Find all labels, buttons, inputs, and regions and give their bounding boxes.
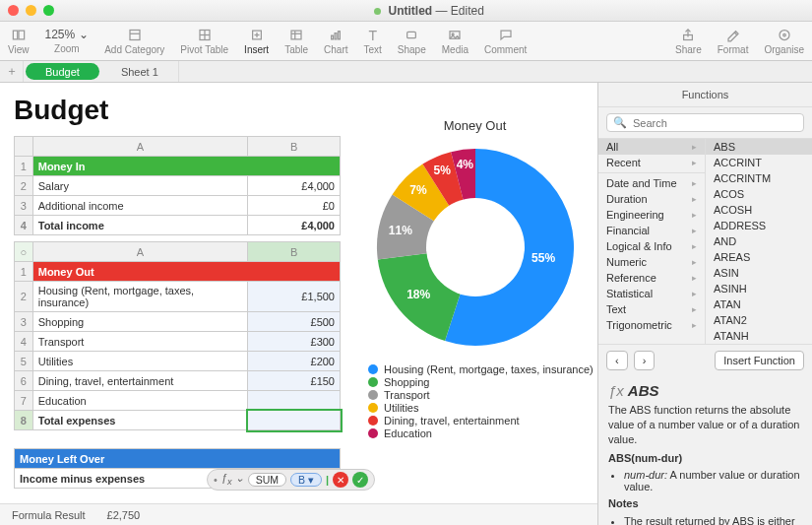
svg-text:18%: 18%	[406, 288, 430, 301]
insert-function-button[interactable]: Insert Function	[715, 351, 804, 370]
svg-rect-16	[407, 32, 416, 37]
comment-button[interactable]: Comment	[484, 28, 527, 55]
svg-text:11%: 11%	[388, 224, 411, 237]
function-item[interactable]: AREAS	[706, 249, 812, 265]
category-item[interactable]: Statistical▸	[598, 286, 705, 301]
formula-function-token[interactable]: SUM	[248, 473, 286, 487]
function-help: ƒxABS The ABS function returns the absol…	[598, 376, 812, 525]
legend-item: Utilities	[368, 402, 595, 414]
search-input[interactable]: 🔍	[606, 113, 804, 132]
svg-text:4%: 4%	[456, 158, 473, 171]
function-item[interactable]: ASINH	[706, 281, 812, 296]
chart-title: Money Out	[354, 118, 595, 133]
status-value: £2,750	[107, 509, 141, 521]
function-item[interactable]: ATAN	[706, 296, 812, 312]
status-label: Formula Result	[12, 509, 86, 521]
svg-rect-15	[339, 31, 341, 38]
svg-point-20	[780, 30, 789, 39]
status-bar: Formula Result £2,750	[0, 503, 597, 525]
view-button[interactable]: View	[8, 28, 30, 55]
toolbar: View 125%⌄ Zoom Add Category Pivot Table…	[0, 22, 812, 61]
svg-point-21	[782, 33, 785, 36]
function-item[interactable]: AND	[706, 233, 812, 249]
chart-legend: Housing (Rent, mortgage, taxes, insuranc…	[354, 363, 595, 439]
svg-rect-1	[19, 31, 25, 39]
category-item[interactable]: Financial▸	[598, 223, 705, 238]
category-item[interactable]: Logical & Info▸	[598, 238, 705, 254]
category-item[interactable]: Text▸	[598, 301, 705, 317]
category-item[interactable]: All▸	[598, 139, 705, 155]
search-icon: 🔍	[613, 116, 627, 129]
function-item[interactable]: ACCRINTM	[706, 170, 812, 186]
help-back-button[interactable]: ‹	[606, 351, 628, 370]
chart-button[interactable]: Chart	[324, 28, 347, 55]
window-title: Untitled — Edited	[54, 4, 804, 18]
share-button[interactable]: Share	[675, 28, 702, 55]
fullscreen-icon[interactable]	[43, 5, 54, 16]
legend-item: Transport	[368, 389, 595, 401]
donut-chart: 55%18%11%7%5%4%	[367, 139, 584, 356]
tab-budget[interactable]: Budget	[26, 63, 99, 80]
organise-button[interactable]: Organise	[764, 28, 804, 55]
legend-item: Shopping	[368, 376, 595, 388]
category-item[interactable]: Date and Time▸	[598, 175, 705, 191]
legend-item: Education	[368, 427, 595, 439]
window-controls	[8, 5, 54, 16]
function-item[interactable]: ABS	[706, 139, 812, 155]
sidebar-title: Functions	[598, 83, 812, 107]
sheet-tabs: ＋ Budget Sheet 1	[0, 61, 812, 83]
tab-sheet1[interactable]: Sheet 1	[101, 61, 179, 82]
pivot-table-button[interactable]: Pivot Table	[180, 28, 228, 55]
zoom-select[interactable]: 125%⌄ Zoom	[45, 28, 90, 54]
table-button[interactable]: Table	[284, 28, 308, 55]
function-item[interactable]: ATAN2	[706, 312, 812, 328]
svg-text:7%: 7%	[409, 183, 427, 197]
category-item[interactable]: Numeric▸	[598, 254, 705, 270]
legend-item: Housing (Rent, mortgage, taxes, insuranc…	[368, 363, 595, 375]
category-item[interactable]: Trigonometric▸	[598, 317, 705, 333]
function-item[interactable]: ACCRINT	[706, 155, 812, 170]
svg-rect-13	[332, 35, 334, 39]
formula-arg-token[interactable]: B ▾	[290, 473, 322, 487]
legend-item: Dining, travel, entertainment	[368, 415, 595, 427]
table-money-out[interactable]: ○AB 1Money Out 2Housing (Rent, mortgage,…	[14, 241, 341, 430]
chart-money-out: Money Out 55%18%11%7%5%4% Housing (Rent,…	[354, 118, 595, 440]
function-item[interactable]: ACOSH	[706, 202, 812, 218]
svg-text:55%: 55%	[531, 251, 555, 265]
formula-cancel-button[interactable]: ✕	[333, 472, 348, 488]
minimise-icon[interactable]	[26, 5, 36, 16]
svg-rect-0	[13, 31, 17, 39]
formula-editor[interactable]: • ƒx ⌄ SUM B ▾ | ✕ ✓	[207, 469, 375, 491]
add-category-button[interactable]: Add Category	[104, 28, 164, 55]
titlebar: Untitled — Edited	[0, 0, 812, 22]
format-button[interactable]: Format	[718, 28, 749, 55]
chevron-down-icon: ⌄	[79, 28, 89, 41]
function-list[interactable]: ABSACCRINTACCRINTMACOSACOSHADDRESSANDARE…	[706, 139, 812, 344]
function-item[interactable]: ATANH	[706, 328, 812, 344]
category-item[interactable]: Engineering▸	[598, 207, 705, 223]
text-button[interactable]: T Text	[363, 28, 381, 55]
svg-rect-2	[130, 30, 140, 39]
function-item[interactable]: ADDRESS	[706, 218, 812, 233]
add-sheet-button[interactable]: ＋	[0, 61, 24, 82]
functions-panel: Functions 🔍 All▸Recent▸Date and Time▸Dur…	[597, 83, 812, 525]
insert-button[interactable]: Insert	[244, 28, 269, 55]
svg-rect-14	[335, 33, 337, 38]
table-money-in[interactable]: AB 1Money In 2Salary£4,000 3Additional i…	[14, 136, 341, 235]
formula-accept-button[interactable]: ✓	[352, 472, 368, 488]
svg-text:5%: 5%	[433, 164, 451, 177]
category-list[interactable]: All▸Recent▸Date and Time▸Duration▸Engine…	[598, 139, 706, 344]
fx-icon[interactable]: ƒx ⌄	[221, 472, 244, 487]
spreadsheet-canvas[interactable]: Budget AB 1Money In 2Salary£4,000 3Addit…	[0, 83, 597, 525]
category-item[interactable]: Recent▸	[598, 155, 705, 170]
close-icon[interactable]	[8, 5, 19, 16]
shape-button[interactable]: Shape	[398, 28, 426, 55]
category-item[interactable]: Reference▸	[598, 270, 705, 286]
media-button[interactable]: Media	[442, 28, 468, 55]
category-item[interactable]: Duration▸	[598, 191, 705, 207]
edited-dot-icon	[374, 8, 381, 15]
function-item[interactable]: ACOS	[706, 186, 812, 202]
help-forward-button[interactable]: ›	[634, 351, 656, 370]
function-item[interactable]: ASIN	[706, 265, 812, 281]
svg-rect-10	[291, 31, 301, 39]
